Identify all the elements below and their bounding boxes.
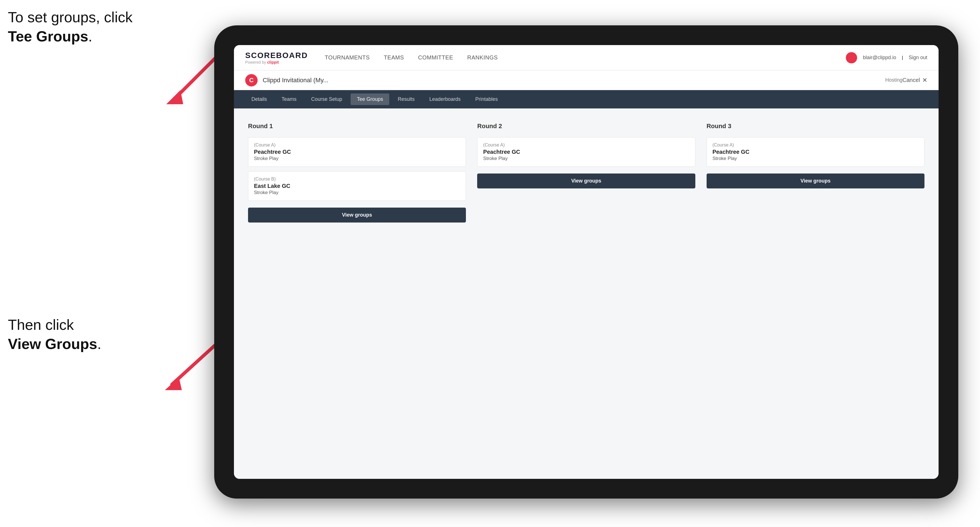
instruction-top-bold: Tee Groups [8, 28, 88, 44]
round-1-view-groups-button[interactable]: View groups [248, 208, 466, 222]
round-1-title: Round 1 [248, 122, 466, 130]
instruction-bottom-bold: View Groups [8, 336, 97, 352]
svg-marker-1 [166, 90, 183, 104]
round-1-course-b-card: (Course B) East Lake GC Stroke Play [248, 171, 466, 201]
round-2-column: Round 2 (Course A) Peachtree GC Stroke P… [477, 122, 695, 222]
round-1-course-b-name: East Lake GC [254, 183, 460, 189]
cancel-button[interactable]: Cancel [902, 77, 920, 83]
main-content: Round 1 (Course A) Peachtree GC Stroke P… [234, 108, 939, 479]
nav-rankings[interactable]: RANKINGS [467, 54, 498, 61]
nav-right: blair@clippd.io | Sign out [846, 52, 927, 63]
rounds-container: Round 1 (Course A) Peachtree GC Stroke P… [248, 122, 924, 222]
instruction-top-line1: To set groups, click [8, 9, 132, 25]
tab-teams[interactable]: Teams [275, 94, 303, 105]
round-2-course-a-format: Stroke Play [483, 156, 689, 161]
round-1-course-a-name: Peachtree GC [254, 149, 460, 155]
nav-tournaments[interactable]: TOURNAMENTS [325, 54, 370, 61]
round-3-course-a-name: Peachtree GC [713, 149, 918, 155]
tab-course-setup[interactable]: Course Setup [305, 94, 348, 105]
round-3-course-a-label: (Course A) [713, 143, 918, 148]
tab-results[interactable]: Results [391, 94, 421, 105]
round-3-course-a-card: (Course A) Peachtree GC Stroke Play [706, 137, 924, 167]
tablet-screen: SCOREBOARD Powered by clippit TOURNAMENT… [234, 45, 939, 479]
tab-leaderboards[interactable]: Leaderboards [423, 94, 467, 105]
round-1-course-a-format: Stroke Play [254, 156, 460, 161]
logo-text: SCOREBOARD [245, 51, 308, 60]
round-2-title: Round 2 [477, 122, 695, 130]
round-3-column: Round 3 (Course A) Peachtree GC Stroke P… [706, 122, 924, 222]
instruction-top: To set groups, click Tee Groups. [8, 8, 132, 46]
tournament-logo: C [245, 74, 258, 86]
round-1-course-b-label: (Course B) [254, 176, 460, 182]
user-email: blair@clippd.io [863, 55, 896, 60]
hosting-badge: Hosting [885, 77, 902, 83]
logo-area: SCOREBOARD Powered by clippit [245, 51, 308, 65]
top-nav: SCOREBOARD Powered by clippit TOURNAMENT… [234, 45, 939, 70]
round-1-course-b-format: Stroke Play [254, 190, 460, 195]
tournament-bar: C Clippd Invitational (My... Hosting Can… [234, 70, 939, 90]
nav-links: TOURNAMENTS TEAMS COMMITTEE RANKINGS [325, 54, 846, 61]
round-2-view-groups-button[interactable]: View groups [477, 173, 695, 189]
round-2-course-a-name: Peachtree GC [483, 149, 689, 155]
tab-details[interactable]: Details [245, 94, 273, 105]
user-avatar [846, 52, 857, 63]
tablet-frame: SCOREBOARD Powered by clippit TOURNAMENT… [214, 25, 958, 498]
tournament-name: Clippd Invitational (My... [262, 76, 882, 84]
sign-out-link[interactable]: Sign out [909, 55, 927, 60]
svg-marker-3 [165, 378, 182, 390]
round-2-course-a-label: (Course A) [483, 143, 689, 148]
logo-powered: Powered by clippit [245, 60, 308, 65]
sub-nav: Details Teams Course Setup Tee Groups Re… [234, 90, 939, 108]
nav-committee[interactable]: COMMITTEE [418, 54, 453, 61]
tab-printables[interactable]: Printables [469, 94, 504, 105]
round-1-course-a-card: (Course A) Peachtree GC Stroke Play [248, 137, 466, 167]
separator: | [902, 55, 903, 60]
round-3-view-groups-button[interactable]: View groups [706, 173, 924, 189]
nav-teams[interactable]: TEAMS [384, 54, 404, 61]
round-3-course-a-format: Stroke Play [713, 156, 918, 161]
instruction-bottom-line1: Then click [8, 317, 74, 333]
round-1-column: Round 1 (Course A) Peachtree GC Stroke P… [248, 122, 466, 222]
tab-tee-groups[interactable]: Tee Groups [351, 94, 389, 105]
cancel-x[interactable]: ✕ [922, 76, 927, 84]
instruction-bottom: Then click View Groups. [8, 316, 101, 354]
round-3-title: Round 3 [706, 122, 924, 130]
round-2-course-a-card: (Course A) Peachtree GC Stroke Play [477, 137, 695, 167]
round-1-course-a-label: (Course A) [254, 143, 460, 148]
svg-line-2 [172, 341, 220, 384]
